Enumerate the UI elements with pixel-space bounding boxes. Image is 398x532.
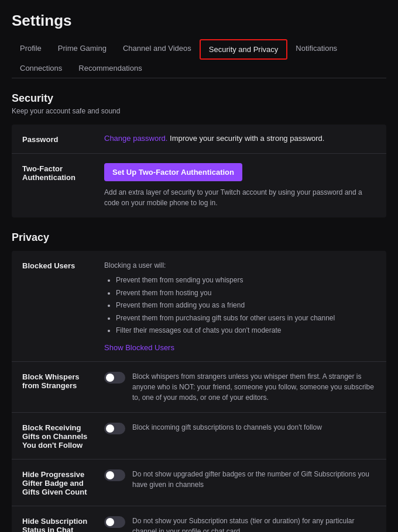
- tab-notifications[interactable]: Notifications: [287, 39, 345, 60]
- hide-gifter-badge-row: Hide Progressive Gifter Badge and Gifts …: [12, 460, 386, 506]
- nav-tabs: Profile Prime Gaming Channel and Videos …: [12, 39, 386, 78]
- block-gifts-label: Block Receiving Gifts on Channels You do…: [22, 422, 104, 450]
- tab-connections[interactable]: Connections: [12, 59, 70, 78]
- block-gifts-desc: Block incoming gift subscriptions to cha…: [132, 422, 322, 433]
- show-blocked-users-link[interactable]: Show Blocked Users: [104, 343, 174, 352]
- two-factor-label: Two-Factor Authentication: [22, 163, 104, 182]
- list-item: Prevent them from hosting you: [116, 287, 376, 300]
- hide-subscription-status-row: Hide Subscription Status in Chat Viewer …: [12, 506, 386, 532]
- blocking-heading: Blocking a user will:: [104, 260, 376, 271]
- list-item: Prevent them from adding you as a friend: [116, 299, 376, 312]
- list-item: Prevent them from purchasing gift subs f…: [116, 312, 376, 325]
- block-whispers-desc: Block whispers from strangers unless you…: [132, 371, 376, 403]
- list-item: Filter their messages out of chats you d…: [116, 324, 376, 337]
- tab-profile[interactable]: Profile: [12, 39, 50, 60]
- change-password-link[interactable]: Change password.: [104, 134, 167, 143]
- password-desc: Improve your security with a strong pass…: [167, 134, 324, 143]
- tab-channel-videos[interactable]: Channel and Videos: [115, 39, 200, 60]
- two-factor-content: Set Up Two-Factor Authentication Add an …: [104, 163, 376, 208]
- hide-subscription-status-desc: Do not show your Subscription status (ti…: [132, 516, 376, 532]
- security-title: Security: [12, 92, 386, 105]
- tab-recommendations[interactable]: Recommendations: [70, 59, 150, 78]
- setup-2fa-button[interactable]: Set Up Two-Factor Authentication: [104, 163, 242, 181]
- block-whispers-toggle[interactable]: [104, 372, 125, 384]
- privacy-title: Privacy: [12, 232, 386, 244]
- privacy-section: Privacy Blocked Users Blocking a user wi…: [12, 232, 386, 532]
- page-title: Settings: [12, 12, 386, 30]
- password-content: Change password. Improve your security w…: [104, 134, 376, 143]
- block-gifts-content: Block incoming gift subscriptions to cha…: [104, 422, 376, 434]
- hide-subscription-status-label: Hide Subscription Status in Chat Viewer …: [22, 516, 104, 532]
- block-whispers-row: Block Whispers from Strangers Block whis…: [12, 362, 386, 413]
- block-gifts-toggle[interactable]: [104, 423, 125, 434]
- security-section: Security Keep your account safe and soun…: [12, 92, 386, 217]
- tab-prime-gaming[interactable]: Prime Gaming: [50, 39, 115, 60]
- hide-gifter-badge-content: Do not show upgraded gifter badges or th…: [104, 469, 376, 490]
- two-factor-desc: Add an extra layer of security to your T…: [104, 187, 376, 208]
- blocked-users-content: Blocking a user will: Prevent them from …: [104, 260, 376, 352]
- password-label: Password: [22, 134, 104, 144]
- block-gifts-row: Block Receiving Gifts on Channels You do…: [12, 413, 386, 460]
- hide-gifter-badge-toggle[interactable]: [104, 469, 125, 481]
- two-factor-row: Two-Factor Authentication Set Up Two-Fac…: [12, 154, 386, 217]
- security-subtitle: Keep your account safe and sound: [12, 107, 386, 115]
- hide-subscription-status-toggle[interactable]: [104, 516, 125, 528]
- blocked-users-row: Blocked Users Blocking a user will: Prev…: [12, 251, 386, 362]
- hide-subscription-status-content: Do not show your Subscription status (ti…: [104, 516, 376, 532]
- blocked-users-label: Blocked Users: [22, 260, 104, 270]
- tab-security-privacy[interactable]: Security and Privacy: [200, 39, 288, 60]
- block-whispers-content: Block whispers from strangers unless you…: [104, 371, 376, 403]
- security-card: Password Change password. Improve your s…: [12, 125, 386, 217]
- password-row: Password Change password. Improve your s…: [12, 125, 386, 154]
- list-item: Prevent them from sending you whispers: [116, 274, 376, 287]
- block-whispers-label: Block Whispers from Strangers: [22, 371, 104, 390]
- blocked-users-list: Prevent them from sending you whispers P…: [104, 274, 376, 337]
- hide-gifter-badge-label: Hide Progressive Gifter Badge and Gifts …: [22, 469, 104, 496]
- hide-gifter-badge-desc: Do not show upgraded gifter badges or th…: [132, 469, 376, 490]
- privacy-card: Blocked Users Blocking a user will: Prev…: [12, 251, 386, 532]
